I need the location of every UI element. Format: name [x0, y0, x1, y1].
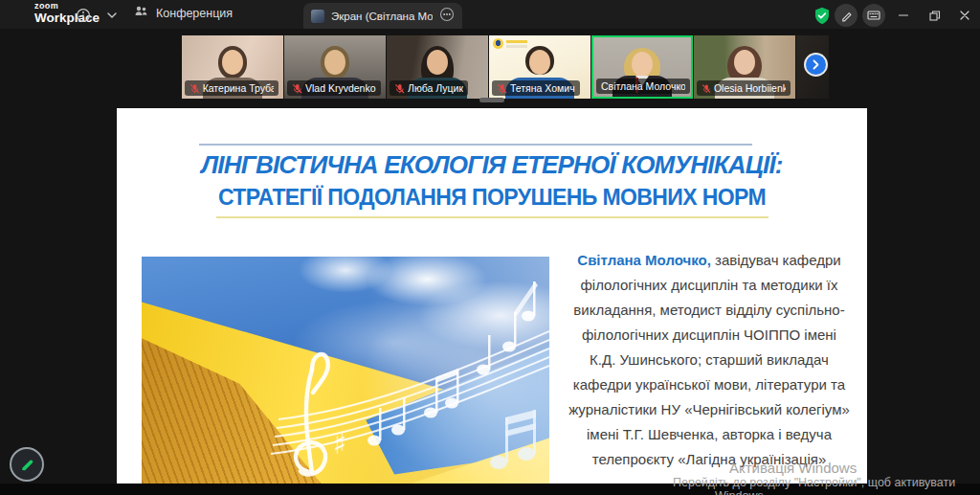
title-bar: zoom Workplace Конференция Экран (Світла… [0, 0, 980, 29]
bio-line: кафедри української мови, літератури та [555, 372, 863, 397]
bio-line: філологічних дисциплін ЧОІППО імені [555, 323, 863, 348]
bio-line: Світлана Молочко, завідувач кафедри [555, 248, 863, 273]
tab-more-icon[interactable] [439, 7, 455, 26]
presenter-bio: Світлана Молочко, завідувач кафедрифілол… [555, 248, 863, 472]
security-shield-icon[interactable] [812, 5, 833, 26]
windows-activation-watermark-line2: Перейдіть до розділу "Настройки", щоб ак… [673, 476, 955, 489]
mic-muted-icon [497, 83, 507, 94]
tab-shared-screen-label: Экран (Світлана Молочко) [331, 11, 433, 22]
participant-name: Катерина Труба [203, 82, 274, 94]
minimize-button[interactable] [892, 4, 915, 27]
close-button[interactable] [953, 4, 976, 27]
mic-muted-icon [702, 83, 711, 94]
participant-tile[interactable]: Тетяна Хомич [489, 35, 590, 99]
tab-meeting-label: Конференция [156, 7, 233, 20]
title-underline [216, 216, 768, 218]
participant-tile[interactable]: Катерина Труба [182, 35, 283, 99]
participant-tile[interactable]: Vlad Kryvdenko [284, 35, 386, 99]
slide-title: ЛІНГВІСТИЧНА ЕКОЛОГІЯ ЕТЕРНОЇ КОМУНІКАЦІ… [117, 150, 867, 218]
info-icon[interactable] [75, 7, 92, 24]
participant-name-pill: Світлана Молочко [596, 79, 690, 94]
participant-tile[interactable]: Olesia Horbiienko [694, 35, 795, 99]
participant-name: Люба Луцик [408, 82, 463, 94]
edit-pencil-icon[interactable] [835, 4, 858, 27]
presenter-name: Світлана Молочко, [577, 252, 711, 268]
participant-name-pill: Тетяна Хомич [492, 80, 580, 96]
participant-tile[interactable]: Люба Луцик [387, 35, 488, 99]
mic-muted-icon [189, 83, 200, 94]
bio-line: викладання, методист відділу суспільно- [555, 298, 863, 323]
mic-muted-icon [394, 83, 405, 94]
participant-name: Olesia Horbiienko [714, 82, 786, 94]
participant-name: Тетяна Хомич [510, 82, 575, 94]
participant-name-pill: Катерина Труба [185, 80, 278, 96]
people-icon [134, 5, 148, 21]
participant-tile[interactable]: Світлана Молочко [591, 35, 693, 99]
participant-name: Світлана Молочко [601, 80, 685, 92]
participant-name-pill: Vlad Kryvdenko [287, 80, 381, 96]
keyboard-icon[interactable] [862, 4, 885, 27]
participant-name: Vlad Kryvdenko [305, 82, 376, 94]
mic-muted-icon [292, 83, 302, 94]
windows-activation-watermark-line1: Активація Windows [729, 460, 857, 476]
tab-thumbnail [311, 10, 324, 23]
bio-line: К.Д. Ушинського; старший викладач [555, 348, 863, 372]
ukraine-flag-image: ♯ [142, 257, 549, 484]
tab-meeting[interactable]: Конференция [134, 5, 233, 21]
zoom-window: zoom Workplace Конференция Экран (Світла… [0, 0, 980, 495]
music-notes-overlay: ♯ [142, 257, 549, 483]
participant-name-pill: Люба Луцик [390, 80, 468, 96]
shared-screen-slide: ЛІНГВІСТИЧНА ЕКОЛОГІЯ ЕТЕРНОЇ КОМУНІКАЦІ… [117, 108, 867, 484]
participant-name-pill: Olesia Horbiienko [697, 80, 791, 96]
strip-collapse-handle[interactable] [479, 98, 504, 102]
bio-line: філологічних дисциплін та методики їх [555, 273, 863, 298]
title-top-rule [199, 144, 752, 146]
chevron-down-icon[interactable] [103, 7, 121, 24]
participant-strip: Катерина ТрубаVlad KryvdenkoЛюба ЛуцикТе… [182, 35, 829, 99]
annotate-pencil-button[interactable] [10, 447, 44, 482]
bio-line: імені Т.Г. Шевченка, авторка і ведуча [555, 422, 863, 447]
svg-text:♯: ♯ [333, 427, 347, 461]
tab-shared-screen[interactable]: Экран (Світлана Молочко) [303, 3, 462, 29]
slide-title-line1: ЛІНГВІСТИЧНА ЕКОЛОГІЯ ЕТЕРНОЇ КОМУНІКАЦІ… [117, 150, 867, 180]
next-participants-button[interactable] [806, 55, 826, 75]
windows-activation-watermark-line3: Windows. [715, 489, 767, 495]
bio-line: журналістики НУ «Чернігівський колегіум» [555, 397, 863, 422]
restore-button[interactable] [923, 4, 946, 27]
slide-title-line2: СТРАТЕГІЇ ПОДОЛАННЯ ПОРУШЕНЬ МОВНИХ НОРМ [117, 185, 867, 211]
